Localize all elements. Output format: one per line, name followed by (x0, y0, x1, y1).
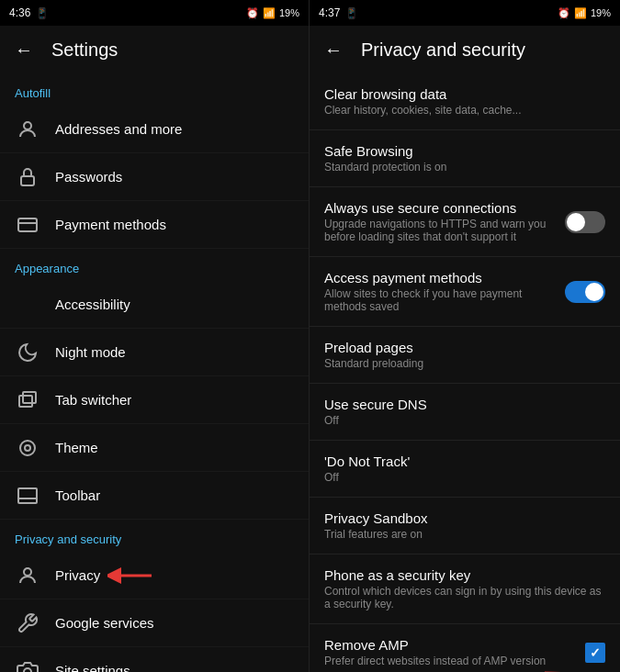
phone-security-sub: Control which devices can sign in by usi… (324, 585, 605, 610)
privacy-label: Privacy (55, 567, 100, 583)
sidebar-item-addresses[interactable]: Addresses and more (0, 106, 309, 153)
camera-icon (15, 658, 40, 673)
setting-secure-dns[interactable]: Use secure DNS Off (310, 384, 620, 441)
left-page-title: Settings (51, 39, 118, 61)
right-page-title: Privacy and security (361, 39, 525, 61)
right-status-bar: 4:37 📱 ⏰ 📶 19% (310, 0, 620, 26)
secure-conn-sub: Upgrade navigations to HTTPS and warn yo… (324, 218, 554, 243)
alarm-icon: ⏰ (246, 7, 259, 19)
sidebar-item-passwords[interactable]: Passwords (0, 153, 309, 201)
sidebar-item-theme[interactable]: Theme (0, 424, 309, 472)
privacy-security-section-label: Privacy and security (0, 520, 309, 552)
preload-title: Preload pages (324, 340, 605, 355)
svg-rect-2 (18, 218, 37, 231)
night-mode-label: Night mode (55, 344, 126, 360)
svg-rect-8 (18, 488, 37, 503)
secure-conn-toggle[interactable] (565, 211, 605, 233)
battery-left: 19% (279, 7, 299, 18)
toolbar-label: Toolbar (55, 487, 100, 503)
time-right: 4:37 (319, 6, 340, 19)
do-not-track-sub: Off (324, 471, 605, 484)
svg-point-13 (24, 568, 31, 576)
sidebar-item-site-settings[interactable]: Site settings (0, 647, 309, 672)
right-alarm-icon: ⏰ (558, 7, 570, 19)
sidebar-item-accessibility[interactable]: Accessibility (0, 281, 309, 329)
theme-label: Theme (55, 440, 98, 455)
setting-secure-connections[interactable]: Always use secure connections Upgrade na… (310, 187, 620, 257)
autofill-section-label: Autofill (0, 73, 309, 106)
right-notification-icon: 📱 (345, 7, 358, 19)
svg-rect-5 (23, 392, 36, 403)
left-header: ← Settings (0, 26, 309, 73)
secure-conn-title: Always use secure connections (324, 200, 554, 216)
sidebar-item-toolbar[interactable]: Toolbar (0, 472, 309, 520)
sidebar-item-tab-switcher[interactable]: Tab switcher (0, 376, 309, 424)
setting-access-payment[interactable]: Access payment methods Allow sites to ch… (310, 257, 620, 327)
clear-browsing-sub: Clear history, cookies, site data, cache… (324, 104, 605, 117)
toolbar-icon (15, 483, 40, 509)
remove-amp-sub: Prefer direct websites instead of AMP ve… (324, 655, 574, 667)
right-status-left: 4:37 📱 (319, 6, 358, 19)
setting-do-not-track[interactable]: 'Do Not Track' Off (310, 441, 620, 498)
clear-browsing-title: Clear browsing data (324, 86, 605, 102)
right-status-right: ⏰ 📶 19% (558, 7, 611, 19)
setting-privacy-sandbox[interactable]: Privacy Sandbox Trial features are on (310, 498, 620, 554)
setting-phone-security-key[interactable]: Phone as a security key Control which de… (310, 554, 620, 624)
secure-dns-title: Use secure DNS (324, 397, 605, 412)
access-payment-title: Access payment methods (324, 270, 554, 286)
safe-browsing-title: Safe Browsing (324, 143, 605, 159)
setting-safe-browsing[interactable]: Safe Browsing Standard protection is on (310, 130, 620, 187)
preload-sub: Standard preloading (324, 357, 605, 370)
setting-preload-pages[interactable]: Preload pages Standard preloading (310, 327, 620, 384)
back-button-right[interactable]: ← (324, 39, 343, 61)
sidebar-item-google-services[interactable]: Google services (0, 599, 309, 647)
setting-clear-browsing[interactable]: Clear browsing data Clear history, cooki… (310, 73, 620, 130)
sidebar-item-privacy[interactable]: Privacy (0, 552, 309, 599)
setting-remove-amp[interactable]: Remove AMP Prefer direct websites instea… (310, 624, 620, 672)
back-button-left[interactable]: ← (15, 39, 33, 61)
sidebar-item-night-mode[interactable]: Night mode (0, 329, 309, 376)
svg-point-0 (24, 122, 31, 129)
do-not-track-title: 'Do Not Track' (324, 454, 605, 469)
right-wifi-icon: 📶 (574, 7, 587, 19)
payment-label: Payment methods (55, 217, 166, 232)
left-content: Autofill Addresses and more Passwords (0, 73, 309, 672)
lock-icon (15, 164, 40, 190)
google-services-label: Google services (55, 615, 154, 631)
theme-icon (15, 435, 40, 461)
privacy-sandbox-sub: Trial features are on (324, 528, 605, 541)
safe-browsing-sub: Standard protection is on (324, 161, 605, 174)
notification-icon: 📱 (36, 7, 49, 19)
access-payment-toggle[interactable] (565, 281, 605, 303)
red-arrow-icon (107, 566, 152, 586)
wrench-icon (15, 610, 40, 636)
privacy-sandbox-title: Privacy Sandbox (324, 510, 605, 526)
person-icon (15, 117, 40, 142)
phone-security-title: Phone as a security key (324, 567, 605, 583)
time-left: 4:36 (9, 6, 30, 19)
status-right: ⏰ 📶 19% (246, 7, 299, 19)
access-payment-sub: Allow sites to check if you have payment… (324, 287, 554, 313)
right-content: Clear browsing data Clear history, cooki… (310, 73, 620, 672)
right-header: ← Privacy and security (310, 26, 620, 73)
addresses-label: Addresses and more (55, 121, 182, 137)
left-status-bar: 4:36 📱 ⏰ 📶 19% (0, 0, 309, 26)
tabs-icon (15, 387, 40, 413)
left-panel: 4:36 📱 ⏰ 📶 19% ← Settings Autofill Addre… (0, 0, 310, 672)
accessibility-label: Accessibility (55, 297, 130, 312)
person2-icon (15, 563, 40, 588)
remove-amp-checkbox[interactable] (585, 643, 605, 663)
remove-amp-title: Remove AMP (324, 637, 574, 653)
right-panel: 4:37 📱 ⏰ 📶 19% ← Privacy and security Cl… (310, 0, 620, 672)
svg-rect-4 (19, 396, 32, 407)
site-settings-label: Site settings (55, 663, 130, 672)
appearance-section-label: Appearance (0, 249, 309, 281)
secure-dns-sub: Off (324, 414, 605, 427)
svg-rect-1 (21, 176, 34, 185)
sidebar-item-payment[interactable]: Payment methods (0, 201, 309, 249)
svg-point-6 (20, 441, 35, 455)
card-icon (15, 212, 40, 238)
moon-icon (15, 340, 40, 365)
passwords-label: Passwords (55, 169, 122, 185)
svg-point-16 (24, 668, 31, 673)
